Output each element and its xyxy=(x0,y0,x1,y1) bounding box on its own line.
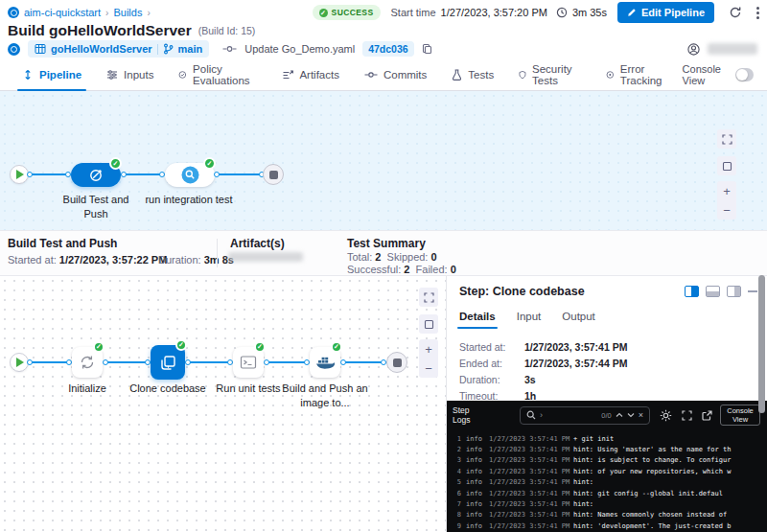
tab-output[interactable]: Output xyxy=(562,307,595,329)
log-search-input[interactable]: › 0/0 × xyxy=(520,406,650,425)
search-match-count: 0/0 xyxy=(601,411,611,420)
pipeline-icon xyxy=(22,69,34,81)
exec-graph-zoom-controls: + − xyxy=(419,339,438,378)
tab-commits[interactable]: Commits xyxy=(352,59,439,90)
stage-graph-zoom-controls: + − xyxy=(717,181,736,220)
execution-graph-canvas[interactable]: ✓ Initialize ✓ Clone codebase ✓ Run unit… xyxy=(0,276,446,532)
step-label[interactable]: Initialize xyxy=(49,382,126,396)
pipeline-start-node xyxy=(10,165,29,184)
successful-label: Successful: xyxy=(347,264,401,275)
step-label[interactable]: Build and Push an image to... xyxy=(281,382,369,410)
flask-icon xyxy=(452,69,462,81)
tab-bar: Pipeline Inputs Policy Evaluations Artif… xyxy=(0,59,767,91)
open-in-new-button[interactable] xyxy=(702,410,712,421)
commit-message[interactable]: Update Go_Demo.yaml xyxy=(244,43,355,55)
harness-logo-icon xyxy=(8,43,20,56)
search-prev-button[interactable] xyxy=(616,412,623,418)
exec-graph-fit-view-button[interactable] xyxy=(419,314,438,334)
edge xyxy=(29,173,69,175)
log-line: 4info1/27/2023 3:57:41 PMhint: of your n… xyxy=(453,466,767,476)
layout-bottom-icon[interactable] xyxy=(706,286,720,297)
tab-tests[interactable]: Tests xyxy=(439,59,506,90)
zoom-in-button[interactable]: + xyxy=(419,339,438,359)
clone-codebase-icon xyxy=(159,354,177,372)
success-check-icon: ✓ xyxy=(331,341,342,353)
log-fullscreen-button[interactable] xyxy=(682,410,692,421)
bottom-split: ✓ Initialize ✓ Clone codebase ✓ Run unit… xyxy=(0,276,767,532)
artifact-link-blurred[interactable] xyxy=(228,252,303,262)
build-id: (Build Id: 15) xyxy=(198,25,256,36)
log-settings-button[interactable] xyxy=(660,409,672,422)
external-link-icon xyxy=(702,410,712,421)
stage-label[interactable]: Build Test and Push xyxy=(53,193,139,221)
stage-graph-canvas[interactable]: ✓ Build Test and Push ✓ run integration … xyxy=(0,91,767,230)
tab-error-tracking[interactable]: Error Tracking xyxy=(593,59,682,90)
exec-graph-fullscreen-button[interactable] xyxy=(419,288,438,307)
user-name-blurred xyxy=(708,43,757,55)
more-options-button[interactable] xyxy=(756,7,759,19)
log-line: 2info1/27/2023 3:57:41 PMhint: Using 'ma… xyxy=(453,444,767,454)
minimize-panel-icon[interactable] xyxy=(748,290,757,292)
tab-security-tests[interactable]: Security Tests xyxy=(506,59,593,90)
tab-policy-evaluations[interactable]: Policy Evaluations xyxy=(166,59,269,90)
search-next-button[interactable] xyxy=(627,412,635,418)
log-console: Step Logs › 0/0 × xyxy=(447,401,767,532)
refresh-icon xyxy=(729,6,742,19)
console-view-button[interactable]: Console View xyxy=(720,405,760,426)
summary-divider xyxy=(217,239,218,267)
artifacts-label: Artifact(s) xyxy=(230,237,285,250)
console-view-toggle[interactable] xyxy=(735,68,754,81)
stage-graph-fullscreen-button[interactable] xyxy=(717,129,736,149)
stage-label[interactable]: run integration test xyxy=(145,193,233,207)
step-detail-list: Started at:1/27/2023, 3:57:41 PM Ended a… xyxy=(459,341,755,402)
copy-sha-button[interactable] xyxy=(422,43,432,55)
refresh-button[interactable] xyxy=(729,6,742,19)
repo-name: goHelloWorldServer xyxy=(51,43,152,55)
log-body[interactable]: 1info1/27/2023 3:57:41 PM+ git init 2inf… xyxy=(447,429,767,532)
edge xyxy=(216,173,263,175)
zoom-in-button[interactable]: + xyxy=(717,181,736,200)
tab-inputs[interactable]: Inputs xyxy=(94,59,166,90)
status-badge: ✓ SUCCESS xyxy=(313,5,381,20)
log-line: 7info1/27/2023 3:57:41 PMhint: xyxy=(453,498,767,509)
tab-pipeline[interactable]: Pipeline xyxy=(10,59,94,90)
title-row: Build goHelloWorldServer (Build Id: 15) xyxy=(8,21,759,39)
tab-details[interactable]: Details xyxy=(459,307,496,329)
edge xyxy=(29,361,70,363)
edit-pipeline-button[interactable]: Edit Pipeline xyxy=(617,2,714,23)
zoom-out-button[interactable]: − xyxy=(419,359,438,378)
target-icon xyxy=(606,69,615,81)
search-close-button[interactable]: × xyxy=(639,410,643,420)
commit-sha[interactable]: 47dc036 xyxy=(362,41,413,57)
vertical-scrollbar[interactable] xyxy=(758,275,765,413)
stage-graph-fit-view-button[interactable] xyxy=(717,156,736,175)
detail-row: Started at:1/27/2023, 3:57:41 PM xyxy=(459,341,755,353)
pill-divider xyxy=(157,44,158,55)
start-time-value: 1/27/2023, 3:57:20 PM xyxy=(441,7,547,18)
search-caret: › xyxy=(540,410,543,420)
pipeline-end-node xyxy=(263,164,284,185)
meta-row: goHelloWorldServer main Update Go_Demo.y… xyxy=(8,40,759,58)
fullscreen-icon xyxy=(722,134,732,145)
layout-split-right-icon[interactable] xyxy=(685,286,699,297)
start-time-label: Start time xyxy=(391,7,436,18)
docker-icon xyxy=(315,355,335,370)
tab-artifacts[interactable]: Artifacts xyxy=(269,59,352,90)
zoom-out-button[interactable]: − xyxy=(717,200,736,220)
breadcrumb-builds[interactable]: Builds xyxy=(113,7,142,18)
repo-branch-pill[interactable]: goHelloWorldServer main xyxy=(28,40,209,58)
console-header: Step Logs › 0/0 × xyxy=(447,401,767,429)
edge xyxy=(105,361,149,363)
detail-row: Duration:3s xyxy=(459,374,755,385)
layout-right-icon[interactable] xyxy=(727,286,741,297)
ci-stage-icon xyxy=(88,168,104,183)
breadcrumb-project[interactable]: aim-ci-quickstart xyxy=(24,7,101,18)
skipped-label: Skipped: xyxy=(387,251,429,263)
step-details-panel: Step: Clone codebase Details Input Outpu… xyxy=(446,276,767,532)
fullscreen-icon xyxy=(424,292,434,303)
tab-input[interactable]: Input xyxy=(517,307,542,329)
breadcrumb-separator-icon: › xyxy=(147,8,150,18)
stop-icon xyxy=(269,171,278,179)
started-at-value: 1/27/2023, 3:57:22 PM xyxy=(59,254,168,266)
failed-label: Failed: xyxy=(416,264,448,275)
